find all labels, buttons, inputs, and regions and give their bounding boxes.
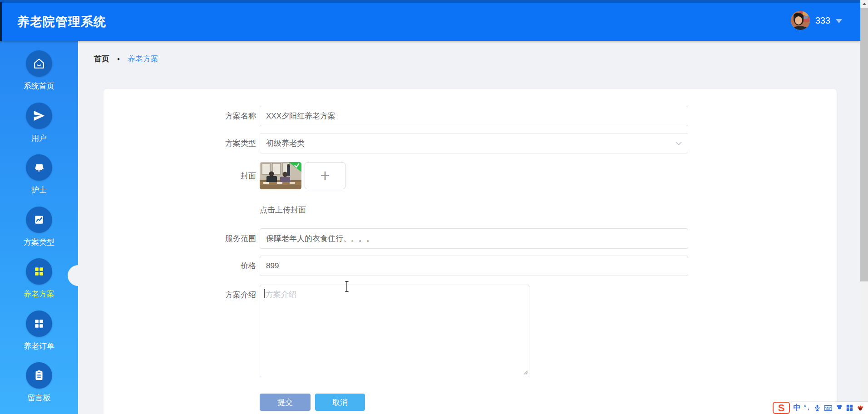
sidebar-item-label: 养老订单: [24, 341, 54, 351]
form-row-plan-type: 方案类型 初级养老类: [104, 133, 837, 153]
send-icon: [26, 103, 52, 129]
skin-shirt-icon[interactable]: [836, 404, 843, 411]
form-card: 方案名称 方案类型 初级养老类 封面: [104, 89, 837, 414]
sidebar-item-pension-plans[interactable]: 养老方案: [0, 252, 78, 304]
sidebar-item-users[interactable]: 用户: [0, 96, 78, 148]
active-item-notch: [68, 265, 89, 286]
sidebar: 系统首页 用户 护士: [0, 41, 78, 414]
actions-spacer: [104, 394, 256, 411]
plan-type-selected-value: 初级养老类: [266, 138, 305, 148]
upload-cover-button[interactable]: +: [305, 162, 345, 189]
plan-name-input[interactable]: [260, 106, 688, 126]
scrollbar-thumb[interactable]: [860, 8, 868, 281]
ime-chinese-mode-button[interactable]: 中: [793, 403, 800, 413]
textarea-resize-handle[interactable]: [523, 369, 528, 374]
sidebar-nav: 系统首页 用户 护士: [0, 41, 78, 408]
service-scope-label: 服务范围: [104, 228, 256, 249]
sidebar-item-message-board[interactable]: 留言板: [0, 356, 78, 408]
form-row-price: 价格: [104, 256, 837, 276]
form-row-plan-name: 方案名称: [104, 106, 837, 126]
arrow-up-icon: [863, 3, 866, 5]
form-row-intro: 方案介绍: [104, 285, 837, 377]
top-bar: 养老院管理系统 333: [0, 0, 860, 41]
ime-toolbar: S 中 °，: [772, 402, 868, 414]
form-row-service-scope: 服务范围: [104, 228, 837, 249]
cover-thumbnail[interactable]: [260, 162, 301, 189]
cover-label: 封面: [104, 162, 256, 189]
breadcrumb: 首页 ● 养老方案: [94, 54, 158, 64]
toolbox-grid-icon[interactable]: [846, 404, 853, 411]
ime-punctuation-button[interactable]: °，: [804, 404, 811, 412]
plus-icon: +: [320, 168, 330, 184]
price-label: 价格: [104, 256, 256, 276]
sidebar-item-label: 护士: [31, 185, 47, 195]
microphone-icon[interactable]: [814, 404, 821, 412]
awning-icon: [26, 154, 52, 181]
sidebar-item-plan-types[interactable]: 方案类型: [0, 200, 78, 252]
chevron-down-icon: [676, 139, 682, 148]
sidebar-item-system-home[interactable]: 系统首页: [0, 44, 78, 96]
upload-hint-text: 点击上传封面: [260, 205, 306, 215]
sidebar-item-label: 系统首页: [24, 81, 54, 91]
form-actions: 提交 取消: [104, 394, 837, 411]
user-area: 333: [791, 0, 842, 41]
breadcrumb-separator: ●: [117, 56, 120, 61]
grid-icon: [26, 258, 52, 285]
sogou-extra-icon[interactable]: [857, 405, 864, 411]
intro-textarea[interactable]: [260, 285, 529, 377]
sidebar-item-label: 用户: [31, 133, 47, 143]
cover-photo: [260, 162, 301, 189]
grid-icon: [26, 310, 52, 337]
trend-chart-icon: [26, 207, 52, 233]
user-name[interactable]: 333: [815, 15, 830, 26]
vertical-scrollbar: [860, 0, 868, 414]
form-row-cover: 封面: [104, 162, 837, 189]
text-caret: [264, 289, 265, 298]
cancel-button[interactable]: 取消: [315, 394, 365, 411]
user-avatar[interactable]: [791, 11, 810, 30]
breadcrumb-current[interactable]: 养老方案: [128, 54, 158, 64]
keyboard-icon[interactable]: [824, 405, 832, 411]
sidebar-item-label: 养老方案: [24, 289, 54, 299]
breadcrumb-home[interactable]: 首页: [94, 54, 109, 64]
app-title: 养老院管理系统: [17, 0, 106, 41]
sogou-logo-letter: S: [778, 403, 785, 413]
main-content: 首页 ● 养老方案 方案名称 方案类型 初级养老类: [78, 41, 860, 414]
plan-type-label: 方案类型: [104, 133, 256, 153]
submit-button[interactable]: 提交: [260, 394, 311, 411]
sidebar-item-pension-orders[interactable]: 养老订单: [0, 304, 78, 356]
service-scope-input[interactable]: [260, 228, 688, 249]
sogou-logo-icon[interactable]: S: [773, 402, 790, 414]
sidebar-item-nurses[interactable]: 护士: [0, 148, 78, 200]
scroll-up-button[interactable]: [860, 0, 868, 8]
ime-strip: 中 °，: [789, 402, 868, 414]
plan-name-label: 方案名称: [104, 106, 256, 126]
sidebar-item-label: 方案类型: [24, 237, 54, 247]
price-input[interactable]: [260, 256, 688, 276]
clipboard-icon: [26, 362, 52, 389]
user-dropdown-caret-icon[interactable]: [836, 19, 842, 23]
plan-type-select[interactable]: 初级养老类: [260, 133, 688, 153]
sidebar-item-label: 留言板: [28, 393, 51, 403]
avatar-image: [791, 11, 810, 30]
intro-label: 方案介绍: [104, 285, 256, 377]
home-icon: [26, 50, 52, 77]
